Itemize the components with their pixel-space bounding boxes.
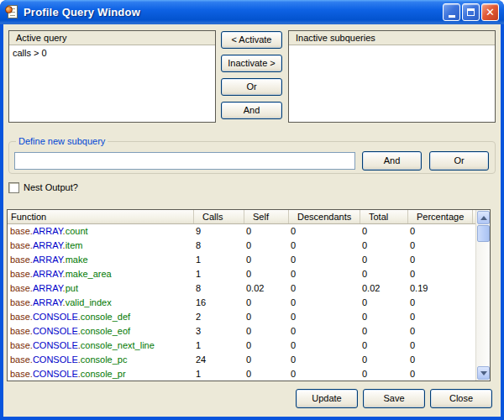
column-header-self[interactable]: Self [244, 210, 288, 223]
dialog-body: Active query calls > 0 < Activate Inacti… [3, 24, 501, 417]
value-cell: 0 [407, 296, 472, 310]
value-cell: 0 [244, 296, 288, 310]
subquery-or-button[interactable]: Or [429, 151, 489, 171]
value-cell: 0 [288, 310, 360, 324]
value-cell: 0 [288, 367, 360, 381]
table-row[interactable]: base.ARRAY.make_area10000 [8, 267, 475, 281]
value-cell: 0 [244, 267, 288, 281]
value-cell: 0 [244, 239, 288, 253]
value-cell: 0 [360, 267, 407, 281]
scroll-down-button[interactable] [477, 366, 490, 380]
value-cell: 0 [407, 339, 472, 353]
profile-query-window: Profile Query Window ✕ Active query call… [0, 0, 504, 420]
nest-output-checkbox[interactable] [8, 182, 19, 193]
table-row[interactable]: base.CONSOLE.console_eof30000 [8, 324, 475, 339]
value-cell: 0 [244, 253, 288, 267]
close-icon: ✕ [486, 7, 495, 18]
maximize-button[interactable] [462, 3, 480, 21]
value-cell: 0 [288, 239, 360, 253]
vertical-scrollbar[interactable] [475, 210, 490, 381]
value-cell: 16 [193, 296, 244, 310]
value-cell: 0 [288, 281, 360, 296]
arrow-down-icon [480, 371, 487, 375]
function-cell: base.ARRAY.make_area [8, 267, 193, 281]
table-row[interactable]: base.ARRAY.put80.0200.020.19 [8, 281, 475, 296]
column-header-percentage[interactable]: Percentage [407, 210, 472, 223]
table-row[interactable]: base.ARRAY.valid_index160000 [8, 296, 475, 310]
value-cell: 0 [288, 353, 360, 367]
value-cell: 0.02 [244, 281, 288, 296]
function-cell: base.CONSOLE.console_def [8, 310, 193, 324]
value-cell: 0 [244, 324, 288, 339]
nest-output-label: Nest Output? [24, 182, 78, 192]
function-cell: base.ARRAY.count [8, 224, 193, 239]
minimize-button[interactable] [443, 3, 460, 21]
table-header[interactable]: Function Calls Self Descendants Total Pe… [8, 210, 490, 224]
inactive-subqueries-header: Inactive subqueries [289, 31, 495, 45]
or-button[interactable]: Or [221, 78, 282, 96]
table-body: base.ARRAY.count90000base.ARRAY.item8000… [8, 224, 475, 381]
value-cell: 0.19 [407, 281, 472, 296]
activate-button[interactable]: < Activate [221, 31, 282, 49]
table-row[interactable]: base.CONSOLE.console_next_line10000 [8, 339, 475, 353]
table-row[interactable]: base.ARRAY.item80000 [8, 239, 475, 253]
value-cell: 1 [193, 339, 244, 353]
arrow-up-icon [480, 216, 487, 220]
update-button[interactable]: Update [296, 389, 358, 408]
function-cell: base.CONSOLE.console_pr [8, 367, 193, 381]
column-header-total[interactable]: Total [360, 210, 407, 223]
value-cell: 3 [193, 324, 244, 339]
function-cell: base.ARRAY.make [8, 253, 193, 267]
value-cell: 0 [288, 339, 360, 353]
table-row[interactable]: base.ARRAY.count90000 [8, 224, 475, 239]
function-cell: base.ARRAY.item [8, 239, 193, 253]
function-cell: base.CONSOLE.console_pc [8, 353, 193, 367]
define-subquery-label: Define new subquery [16, 136, 108, 146]
title-bar[interactable]: Profile Query Window ✕ [0, 0, 504, 24]
subquery-input[interactable] [14, 152, 355, 170]
value-cell: 0 [244, 310, 288, 324]
value-cell: 0 [288, 324, 360, 339]
value-cell: 0 [360, 239, 407, 253]
value-cell: 0 [360, 224, 407, 239]
inactive-subqueries-panel: Inactive subqueries [288, 30, 496, 123]
value-cell: 0 [407, 310, 472, 324]
table-row[interactable]: base.CONSOLE.console_pr10000 [8, 367, 475, 381]
value-cell: 0 [360, 339, 407, 353]
value-cell: 0 [407, 324, 472, 339]
table-row[interactable]: base.CONSOLE.console_def20000 [8, 310, 475, 324]
active-query-list[interactable]: calls > 0 [9, 45, 215, 59]
minimize-icon [449, 15, 455, 18]
scrollbar-thumb[interactable] [477, 225, 490, 242]
column-header-function[interactable]: Function [8, 210, 193, 223]
list-item[interactable]: calls > 0 [9, 45, 215, 59]
value-cell: 0 [244, 353, 288, 367]
value-cell: 0 [244, 224, 288, 239]
maximize-icon [467, 8, 475, 16]
and-button[interactable]: And [221, 102, 282, 119]
value-cell: 0 [360, 353, 407, 367]
column-header-calls[interactable]: Calls [193, 210, 244, 223]
subquery-and-button[interactable]: And [362, 151, 422, 171]
value-cell: 0 [407, 267, 472, 281]
active-query-header: Active query [9, 31, 215, 45]
value-cell: 8 [193, 239, 244, 253]
scroll-up-button[interactable] [477, 211, 490, 224]
value-cell: 0 [244, 339, 288, 353]
value-cell: 0 [288, 267, 360, 281]
column-header-descendants[interactable]: Descendants [288, 210, 360, 223]
value-cell: 0 [244, 367, 288, 381]
close-button[interactable]: ✕ [481, 3, 499, 21]
table-row[interactable]: base.ARRAY.make10000 [8, 253, 475, 267]
value-cell: 2 [193, 310, 244, 324]
orange-orb-icon [5, 6, 13, 13]
window-title: Profile Query Window [24, 6, 443, 18]
value-cell: 0 [288, 253, 360, 267]
function-cell: base.ARRAY.valid_index [8, 296, 193, 310]
table-row[interactable]: base.CONSOLE.console_pc240000 [8, 353, 475, 367]
close-dialog-button[interactable]: Close [430, 389, 492, 408]
value-cell: 0 [407, 353, 472, 367]
inactivate-button[interactable]: Inactivate > [221, 55, 282, 72]
value-cell: 0 [360, 296, 407, 310]
save-button[interactable]: Save [363, 389, 425, 408]
